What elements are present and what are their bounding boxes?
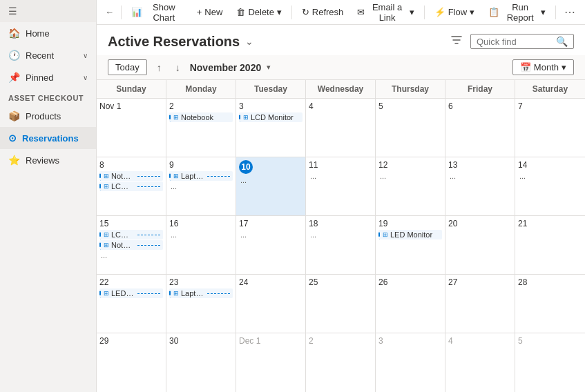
- more-events[interactable]: ...: [239, 230, 303, 239]
- more-events[interactable]: ...: [169, 182, 233, 191]
- calendar-event[interactable]: ⊞Laptop: [169, 171, 233, 181]
- calendar-day[interactable]: 21: [515, 216, 585, 274]
- show-chart-button[interactable]: 📊 Show Chart: [126, 0, 189, 26]
- filter-button[interactable]: [448, 32, 465, 51]
- calendar-day[interactable]: 6: [445, 99, 515, 157]
- calendar-day[interactable]: Dec 1: [236, 333, 306, 392]
- search-input[interactable]: [477, 37, 553, 47]
- hamburger-menu[interactable]: ☰: [0, 0, 96, 22]
- calendar-event[interactable]: ⊞LCD Monitor: [239, 112, 303, 122]
- calendar-day[interactable]: 14...: [515, 157, 585, 215]
- day-number: 25: [309, 277, 372, 287]
- day-number: 12: [378, 160, 442, 170]
- calendar-event[interactable]: ⊞LCD Monitor: [99, 182, 163, 191]
- back-button[interactable]: ←: [102, 4, 117, 20]
- flow-button[interactable]: ⚡ Flow ▾: [429, 4, 480, 20]
- sidebar-item-label: Home: [26, 28, 50, 39]
- calendar-day[interactable]: 11...: [306, 157, 376, 215]
- calendar-day[interactable]: 20: [445, 216, 515, 274]
- today-button[interactable]: Today: [108, 59, 147, 75]
- calendar-day[interactable]: Nov 1: [97, 99, 166, 157]
- new-button[interactable]: + New: [191, 4, 229, 20]
- sidebar-item-recent[interactable]: 🕐 Recent ∨: [0, 44, 96, 66]
- day-number: 18: [309, 219, 372, 228]
- pinned-icon: 📌: [8, 72, 20, 83]
- more-options-button[interactable]: ⋯: [560, 3, 579, 21]
- sidebar-item-home[interactable]: 🏠 Home: [0, 22, 96, 44]
- view-selector-button[interactable]: 📅 Month ▾: [512, 59, 574, 75]
- calendar-day[interactable]: 15⊞LCD Monitor⊞Notebook...: [97, 216, 166, 274]
- event-icon: ⊞: [173, 114, 179, 121]
- delete-button[interactable]: 🗑 Delete ▾: [231, 4, 287, 20]
- event-label: Notebook: [181, 113, 230, 121]
- more-events[interactable]: ...: [518, 171, 582, 181]
- calendar-day[interactable]: 4: [306, 99, 376, 157]
- calendar-event[interactable]: ⊞LED Monitor: [99, 288, 163, 298]
- calendar-event[interactable]: ⊞LCD Monitor: [99, 230, 163, 239]
- calendar-day[interactable]: 23⊞Laptop: [166, 275, 236, 333]
- calendar-day[interactable]: 26: [376, 275, 445, 333]
- refresh-label: Refresh: [312, 7, 344, 17]
- day-number: 14: [518, 160, 582, 170]
- email-chevron-icon: ▾: [410, 7, 414, 17]
- email-link-button[interactable]: ✉ Email a Link ▾: [352, 0, 419, 26]
- calendar-day[interactable]: 12...: [376, 157, 445, 215]
- calendar-day[interactable]: 7: [515, 99, 585, 157]
- sidebar-item-products[interactable]: 📦 Products: [0, 105, 96, 127]
- more-events[interactable]: ...: [448, 171, 512, 181]
- more-events[interactable]: ...: [309, 230, 372, 239]
- sidebar-item-pinned[interactable]: 📌 Pinned ∨: [0, 66, 96, 88]
- calendar-day[interactable]: 25: [306, 275, 376, 333]
- calendar-day[interactable]: 2: [306, 333, 376, 392]
- calendar-day[interactable]: 13...: [445, 157, 515, 215]
- event-span-indicator: [207, 293, 230, 294]
- calendar-event[interactable]: ⊞Notebook: [169, 112, 233, 122]
- sidebar-item-reservations[interactable]: ⊙ Reservations: [0, 127, 96, 149]
- calendar-day[interactable]: 3⊞LCD Monitor: [236, 99, 306, 157]
- calendar-day[interactable]: 5: [515, 333, 585, 392]
- refresh-button[interactable]: ↻ Refresh: [296, 4, 349, 20]
- run-report-button[interactable]: 📋 Run Report ▾: [483, 0, 551, 26]
- more-events[interactable]: ...: [239, 175, 303, 185]
- view-label: Month: [534, 62, 559, 72]
- calendar-day[interactable]: 22⊞LED Monitor: [97, 275, 166, 333]
- next-month-button[interactable]: ↓: [171, 61, 184, 75]
- calendar-day[interactable]: 24: [236, 275, 306, 333]
- day-number: 29: [99, 336, 163, 346]
- calendar-day[interactable]: 8⊞Notebook⊞LCD Monitor: [97, 157, 166, 215]
- day-number: 2: [309, 336, 372, 346]
- page-title-chevron-icon[interactable]: ⌄: [245, 36, 253, 47]
- calendar-event[interactable]: ⊞Laptop: [169, 288, 233, 298]
- more-events[interactable]: ...: [99, 251, 163, 260]
- calendar-event[interactable]: ⊞LED Monitor: [378, 230, 442, 239]
- calendar-day[interactable]: 30: [166, 333, 236, 392]
- report-icon: 📋: [488, 7, 499, 17]
- more-events[interactable]: ...: [378, 171, 442, 181]
- calendar-day[interactable]: 27: [445, 275, 515, 333]
- calendar-day[interactable]: 3: [376, 333, 445, 392]
- calendar-day[interactable]: 19⊞LED Monitor: [376, 216, 445, 274]
- month-chevron-icon[interactable]: ▾: [267, 63, 271, 72]
- calendar-day[interactable]: 16...: [166, 216, 236, 274]
- event-icon: ⊞: [383, 231, 388, 238]
- sidebar-item-label: Reservations: [22, 133, 79, 144]
- sidebar-item-reviews[interactable]: ⭐ Reviews: [0, 149, 96, 171]
- calendar-event[interactable]: ⊞Notebook: [99, 171, 163, 181]
- calendar-day[interactable]: 10...: [236, 157, 306, 215]
- calendar-day[interactable]: 18...: [306, 216, 376, 274]
- event-icon: ⊞: [104, 242, 109, 248]
- more-events[interactable]: ...: [309, 171, 372, 181]
- calendar-day[interactable]: 5: [376, 99, 445, 157]
- day-number: 11: [309, 160, 372, 170]
- calendar-day[interactable]: 28: [515, 275, 585, 333]
- more-events[interactable]: ...: [169, 230, 233, 239]
- calendar-day[interactable]: 17...: [236, 216, 306, 274]
- calendar-day[interactable]: 4: [445, 333, 515, 392]
- prev-month-button[interactable]: ↑: [153, 61, 166, 75]
- calendar: Sunday Monday Tuesday Wednesday Thursday…: [97, 80, 585, 392]
- calendar-day[interactable]: 29: [97, 333, 166, 392]
- event-label: LCD Monitor: [111, 182, 134, 190]
- calendar-event[interactable]: ⊞Notebook: [99, 240, 163, 250]
- calendar-day[interactable]: 9⊞Laptop...: [166, 157, 236, 215]
- calendar-day[interactable]: 2⊞Notebook: [166, 99, 236, 157]
